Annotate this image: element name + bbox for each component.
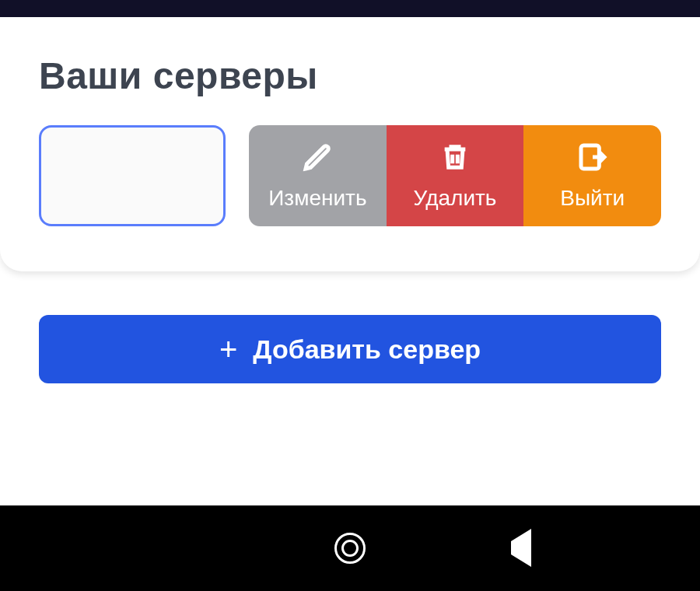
logout-label: Выйти <box>560 186 625 211</box>
nav-home-button[interactable] <box>333 531 367 565</box>
pencil-icon <box>302 142 333 178</box>
nav-back-button[interactable] <box>504 531 538 565</box>
server-row: Изменить Удалить Выйти <box>39 125 661 226</box>
delete-label: Удалить <box>414 186 497 211</box>
plus-icon: + <box>219 334 237 365</box>
edit-label: Изменить <box>268 186 366 211</box>
add-server-button[interactable]: + Добавить сервер <box>39 315 661 383</box>
swipe-actions: Изменить Удалить Выйти <box>249 125 661 226</box>
add-area: + Добавить сервер <box>0 271 700 383</box>
edit-button[interactable]: Изменить <box>249 125 387 226</box>
page-title: Ваши серверы <box>39 54 661 97</box>
statusbar <box>0 0 700 17</box>
trash-icon <box>439 142 471 178</box>
delete-button[interactable]: Удалить <box>387 125 524 226</box>
add-server-label: Добавить сервер <box>253 334 481 365</box>
back-triangle-icon <box>511 541 531 555</box>
circle-icon <box>334 533 366 564</box>
android-navbar <box>0 505 700 591</box>
logout-button[interactable]: Выйти <box>523 125 661 226</box>
servers-card: Ваши серверы Изменить Удалить Выйти <box>0 17 700 271</box>
exit-icon <box>577 142 608 178</box>
nav-recent-button[interactable] <box>162 531 196 565</box>
spacer <box>0 383 700 505</box>
server-item[interactable] <box>39 125 226 226</box>
